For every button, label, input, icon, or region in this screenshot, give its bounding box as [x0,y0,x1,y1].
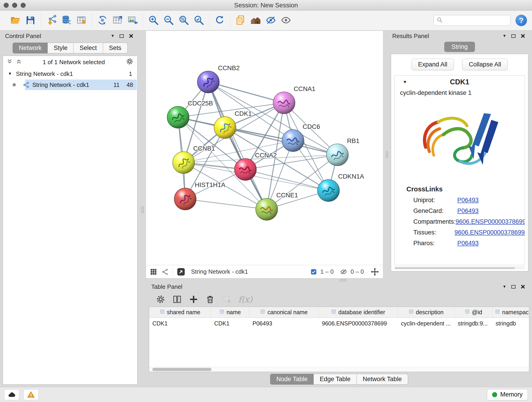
panel-menu-icon[interactable]: ▼ [502,34,506,38]
zoom-fit-button[interactable] [177,13,191,27]
panel-float-icon[interactable] [511,34,515,38]
network-canvas[interactable]: CCNB2CCNA1CDC25BCDK1CDC6RB1CCNB1CCNA2CDK… [146,31,383,265]
memory-button[interactable]: Memory [487,389,528,400]
open-in-new-window-icon[interactable] [177,267,186,276]
column-header-name[interactable]: name [211,307,249,318]
network-graph[interactable]: CCNB2CCNA1CDC25BCDK1CDC6RB1CCNB1CCNA2CDK… [146,31,383,265]
column-header-database-identifier[interactable]: database identifier [319,307,398,318]
column-header--id[interactable]: @id [455,307,492,318]
network-node-ccne1[interactable]: CCNE1 [256,191,298,220]
zoom-in-button[interactable] [146,13,161,27]
panel-close-icon[interactable]: × [520,33,525,39]
zoom-selected-button[interactable] [192,13,206,27]
delete-column-icon[interactable] [205,294,215,304]
network-share-icon[interactable] [161,268,169,276]
save-session-button[interactable] [23,13,38,27]
collection-collapse-icon[interactable]: ▼ [8,71,12,76]
section-collapse-icon[interactable]: ▼ [403,80,407,85]
network-node-rb1[interactable]: RB1 [326,137,360,166]
show-all-button[interactable] [279,13,293,27]
table-row[interactable]: CDK1CDK1P064939606.ENSP00000378699cyclin… [149,318,529,329]
network-edge[interactable] [208,82,284,103]
export-image-button[interactable] [126,13,140,27]
function-builder-button[interactable]: f(x) [238,295,253,304]
cloud-status-button[interactable] [4,389,19,400]
column-header-shared-name[interactable]: shared name [149,307,211,318]
minimize-window-button[interactable] [12,3,17,8]
network-node-ccna1[interactable]: CCNA1 [273,85,316,114]
table-horizontal-scrollbar[interactable] [149,367,529,372]
network-row[interactable]: String Network - cdk1 11 48 [3,79,137,90]
search-field[interactable] [433,15,510,26]
table-from-network-button[interactable] [110,13,125,27]
import-table-file-button[interactable] [75,13,89,27]
scrollbar-thumb[interactable] [152,368,211,371]
expand-all-networks-icon[interactable] [16,58,22,66]
crosslink-value-link[interactable]: P06493 [457,240,479,247]
network-edge[interactable] [185,199,267,209]
network-options-gear-icon[interactable] [126,57,133,67]
add-column-icon[interactable] [189,294,198,304]
column-header-namespac[interactable]: namespac [492,307,529,318]
help-button[interactable]: ? [515,15,527,26]
panel-close-icon[interactable]: × [520,283,525,290]
pan-move-icon[interactable] [370,267,380,276]
tab-sets[interactable]: Sets [103,43,128,53]
splitter-handle[interactable] [340,279,346,281]
crosslink-value-link[interactable]: P06493 [457,197,479,204]
network-node-ccna2[interactable]: CCNA2 [234,152,277,180]
open-session-button[interactable] [8,13,22,27]
grid-view-icon[interactable] [150,268,157,276]
refresh-view-button[interactable] [213,13,227,27]
panel-close-icon[interactable]: × [129,33,133,39]
results-scrollbar[interactable] [394,267,525,269]
table-cell[interactable]: P06493 [249,318,319,329]
expand-all-button[interactable]: Expand All [412,59,454,70]
search-input[interactable] [445,17,521,24]
tab-style[interactable]: Style [48,43,74,53]
gene-section-header[interactable]: ▼ CDK1 [394,76,525,89]
copy-document-button[interactable] [234,13,248,27]
tab-network-table[interactable]: Network Table [357,374,408,385]
zoom-window-button[interactable] [21,3,26,8]
tab-network[interactable]: Network [13,43,48,53]
network-collection-row[interactable]: ▼ String Network - cdk1 1 [3,68,137,79]
zoom-out-button[interactable] [162,13,176,27]
hidden-eye-slash-icon[interactable] [340,268,347,275]
home-view-button[interactable] [249,13,263,27]
table-cell[interactable]: stringdb:9... [455,318,492,329]
column-header-description[interactable]: description [398,307,455,318]
collapse-all-button[interactable]: Collapse All [462,59,508,70]
selected-checkbox-icon[interactable] [310,268,317,275]
crosslink-value-link[interactable]: 9606.ENSP00000378699 [455,229,525,236]
tab-string[interactable]: String [444,42,475,52]
panel-float-icon[interactable] [511,285,515,288]
column-header-canonical-name[interactable]: canonical name [249,307,319,318]
crosslink-value-link[interactable]: P06493 [457,207,479,215]
network-from-selection-button[interactable] [95,13,109,27]
collapse-all-networks-icon[interactable] [7,58,13,66]
table-cell[interactable]: 9606.ENSP00000378699 [319,318,398,329]
table-cell[interactable]: CDK1 [149,318,211,329]
table-cell[interactable]: cyclin-dependent ... [398,318,455,329]
import-network-file-button[interactable] [44,13,58,27]
show-columns-icon[interactable] [172,294,182,304]
tab-node-table[interactable]: Node Table [270,374,314,385]
hide-selected-button[interactable] [264,13,278,27]
panel-float-icon[interactable] [120,34,124,38]
table-settings-gear-icon[interactable] [156,294,165,304]
crosslink-value-link[interactable]: 9606.ENSP00000378699 [456,218,525,225]
warnings-button[interactable] [23,389,38,400]
table-cell[interactable]: CDK1 [211,318,249,329]
panel-menu-icon[interactable]: ▼ [502,284,506,289]
splitter-handle[interactable] [141,206,144,213]
network-node-ccnb1[interactable]: CCNB1 [172,145,215,173]
import-network-database-button[interactable] [59,13,74,27]
network-node-hist1h1a[interactable]: HIST1H1A [174,181,225,210]
network-edge[interactable] [208,82,267,209]
close-window-button[interactable] [4,3,9,8]
network-node-cdkn1a[interactable]: CDKN1A [317,173,364,201]
tab-select[interactable]: Select [74,43,103,53]
panel-menu-icon[interactable]: ▼ [111,34,114,38]
tab-edge-table[interactable]: Edge Table [314,374,357,385]
